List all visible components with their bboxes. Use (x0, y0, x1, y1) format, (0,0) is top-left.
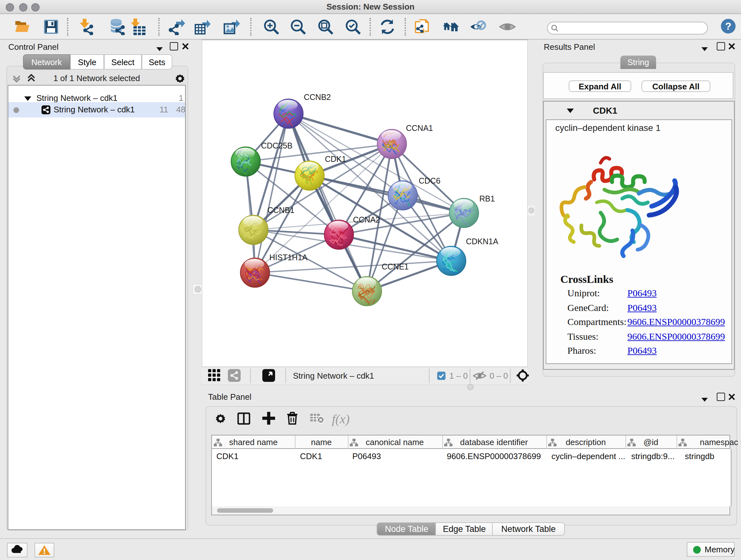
svg-text:CCNB2: CCNB2 (304, 92, 331, 102)
svg-text:CCNA2: CCNA2 (353, 215, 380, 224)
svg-text:CDC25B: CDC25B (261, 141, 293, 150)
svg-text:RB1: RB1 (479, 194, 495, 203)
svg-text:CCNA1: CCNA1 (406, 124, 433, 132)
svg-text:HIST1H1A: HIST1H1A (269, 253, 308, 262)
svg-text:CCNB1: CCNB1 (267, 206, 294, 214)
svg-text:?: ? (725, 20, 731, 32)
svg-text:CCNE1: CCNE1 (382, 262, 409, 271)
svg-text:CDK1: CDK1 (325, 154, 346, 164)
svg-text:CDKN1A: CDKN1A (466, 237, 498, 246)
svg-text:CDC6: CDC6 (419, 176, 441, 185)
